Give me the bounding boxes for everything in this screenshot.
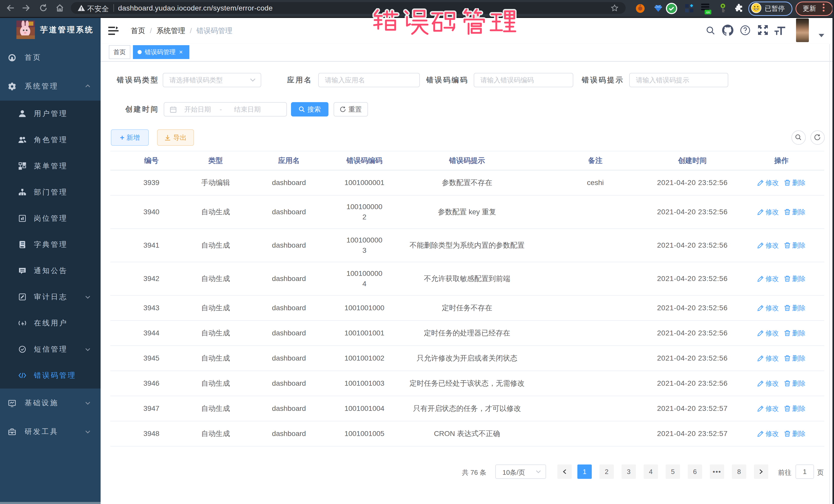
svg-text:on: on bbox=[706, 10, 710, 14]
